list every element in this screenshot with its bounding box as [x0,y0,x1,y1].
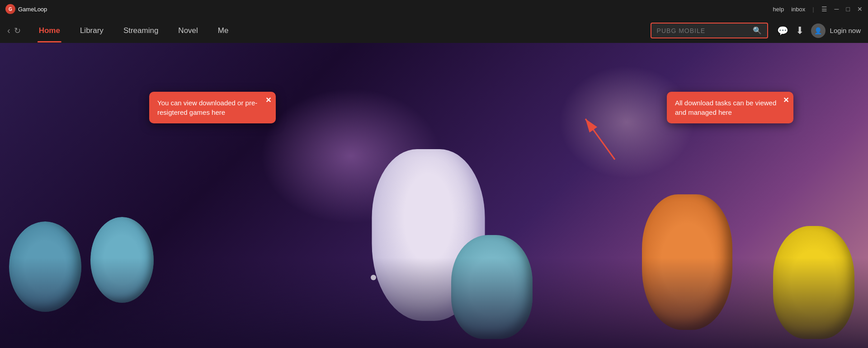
chat-icon[interactable]: 💬 [777,25,788,36]
arrow-container [579,110,633,166]
nav-tabs: Home Library Streaming Novel Me [30,23,642,39]
tab-novel[interactable]: Novel [169,23,207,39]
app-logo: G GameLoop [5,4,47,14]
title-bar-right: help inbox | ☰ ─ □ ✕ [773,5,863,13]
menu-button[interactable]: ☰ [821,5,827,13]
download-tooltip: All download tasks can be viewed and man… [667,92,793,123]
tab-home[interactable]: Home [30,23,69,39]
svg-line-1 [585,119,615,160]
logo-icon: G [5,4,15,14]
login-section[interactable]: 👤 Login now [811,24,861,38]
library-tooltip: You can view downloaded or pre-resigtere… [149,92,276,123]
separator: | [812,6,814,13]
title-bar: G GameLoop help inbox | ☰ ─ □ ✕ [0,0,868,18]
download-tooltip-text: All download tasks can be viewed and man… [675,99,776,116]
app-name: GameLoop [18,6,47,13]
pokemon-scene [0,43,868,348]
nav-right: 💬 ⬇ 👤 Login now [777,24,861,38]
download-icon[interactable]: ⬇ [796,25,804,37]
library-tooltip-text: You can view downloaded or pre-resigtere… [157,99,257,116]
back-button[interactable]: ‹ [7,25,10,36]
download-tooltip-close[interactable]: ✕ [783,95,789,105]
refresh-button[interactable]: ↻ [14,26,21,36]
tab-me[interactable]: Me [209,23,238,39]
tab-streaming[interactable]: Streaming [114,23,167,39]
minimize-button[interactable]: ─ [835,5,839,13]
library-tooltip-close[interactable]: ✕ [265,95,271,105]
nav-back-forward: ‹ ↻ [7,25,21,36]
close-button[interactable]: ✕ [857,5,863,13]
background-area: You can view downloaded or pre-resigtere… [0,43,868,348]
search-box[interactable]: 🔍 [651,23,768,38]
maximize-button[interactable]: □ [846,5,850,13]
search-input[interactable] [657,27,753,34]
help-link[interactable]: help [773,6,784,13]
avatar: 👤 [811,24,826,38]
inbox-link[interactable]: inbox [791,6,805,13]
search-icon[interactable]: 🔍 [753,26,762,35]
tab-library[interactable]: Library [71,23,113,39]
red-arrow-svg [579,110,633,164]
nav-bar: ‹ ↻ Home Library Streaming Novel Me 🔍 💬 … [0,18,868,43]
login-button[interactable]: Login now [830,27,861,34]
title-bar-left: G GameLoop [5,4,47,14]
ground-glow [0,258,868,348]
